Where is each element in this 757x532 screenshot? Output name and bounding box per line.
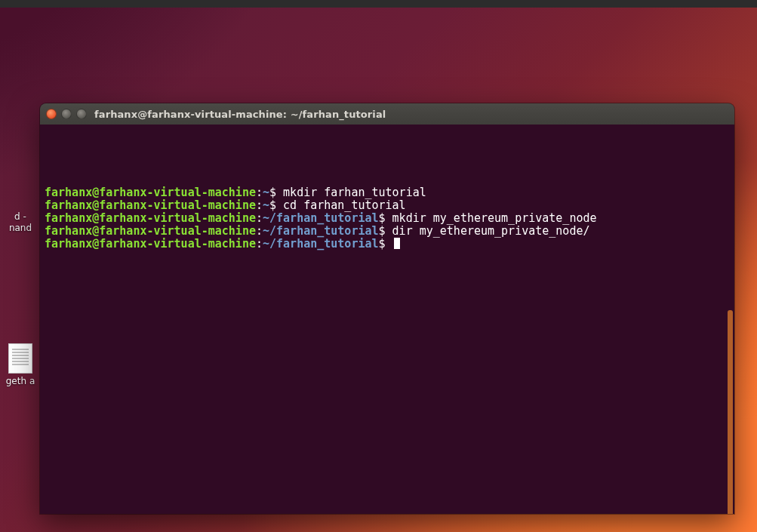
- desktop-file-icon[interactable]: geth a: [0, 343, 41, 387]
- prompt-user-host: farhanx@farhanx-virtual-machine: [45, 237, 256, 251]
- terminal-line: farhanx@farhanx-virtual-machine:~$ cd fa…: [45, 199, 722, 212]
- desktop-file-label: geth a: [0, 376, 41, 387]
- prompt-user-host: farhanx@farhanx-virtual-machine: [45, 186, 256, 199]
- terminal-line: farhanx@farhanx-virtual-machine:~/farhan…: [45, 212, 722, 225]
- terminal-command: mkdir farhan_tutorial: [283, 186, 426, 199]
- prompt-cwd: ~/farhan_tutorial: [263, 224, 379, 238]
- prompt-cwd: ~: [263, 198, 269, 212]
- window-titlebar[interactable]: farhanx@farhanx-virtual-machine: ~/farha…: [40, 103, 734, 125]
- desktop[interactable]: d - nand geth a farhanx@farhanx-virtual-…: [0, 8, 757, 532]
- terminal-command: cd farhan_tutorial: [283, 198, 406, 212]
- prompt-colon: :: [256, 211, 263, 225]
- terminal-line: farhanx@farhanx-virtual-machine:~$ mkdir…: [45, 186, 722, 199]
- desktop-file-icon[interactable]: d - nand: [0, 210, 41, 234]
- window-maximize-button[interactable]: [76, 109, 87, 119]
- window-minimize-button[interactable]: [61, 109, 72, 119]
- terminal-body[interactable]: farhanx@farhanx-virtual-machine:~$ mkdir…: [40, 125, 734, 514]
- prompt-dollar: $: [379, 237, 392, 251]
- prompt-cwd: ~/farhan_tutorial: [263, 237, 379, 251]
- scrollbar-thumb[interactable]: [728, 310, 733, 514]
- prompt-colon: :: [256, 186, 263, 199]
- terminal-line: farhanx@farhanx-virtual-machine:~/farhan…: [45, 238, 722, 251]
- terminal-command: dir my_ethereum_private_node/: [392, 224, 590, 238]
- window-close-button[interactable]: [46, 109, 57, 119]
- document-icon: [0, 343, 41, 374]
- terminal-cursor: [394, 238, 400, 249]
- prompt-dollar: $: [269, 186, 283, 199]
- prompt-dollar: $: [379, 224, 392, 238]
- desktop-file-label: d - nand: [0, 211, 41, 234]
- prompt-user-host: farhanx@farhanx-virtual-machine: [45, 211, 256, 225]
- prompt-colon: :: [256, 198, 263, 212]
- top-panel: [0, 0, 757, 8]
- prompt-colon: :: [256, 224, 263, 238]
- terminal-window[interactable]: farhanx@farhanx-virtual-machine: ~/farha…: [40, 103, 734, 514]
- prompt-cwd: ~/farhan_tutorial: [263, 211, 379, 225]
- prompt-colon: :: [256, 237, 263, 251]
- prompt-dollar: $: [379, 211, 392, 225]
- terminal-command: mkdir my_ethereum_private_node: [392, 211, 597, 225]
- prompt-dollar: $: [269, 198, 283, 212]
- prompt-cwd: ~: [263, 186, 269, 199]
- terminal-line: farhanx@farhanx-virtual-machine:~/farhan…: [45, 225, 722, 238]
- prompt-user-host: farhanx@farhanx-virtual-machine: [45, 224, 256, 238]
- window-title: farhanx@farhanx-virtual-machine: ~/farha…: [94, 109, 386, 120]
- prompt-user-host: farhanx@farhanx-virtual-machine: [45, 198, 256, 212]
